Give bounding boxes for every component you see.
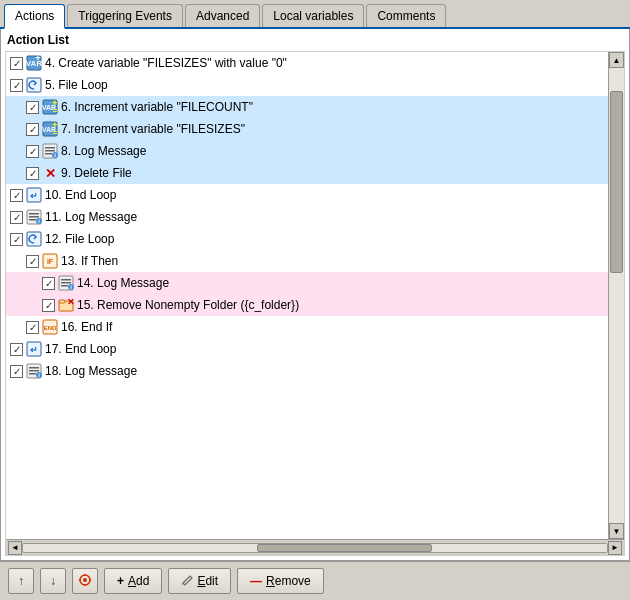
item-checkbox-11[interactable] [10, 211, 23, 224]
item-text-11: 11. [45, 210, 62, 224]
tab-advanced[interactable]: Advanced [185, 4, 260, 27]
list-item[interactable]: IF 13. If Then [6, 250, 624, 272]
tab-triggering-events[interactable]: Triggering Events [67, 4, 183, 27]
h-scroll-thumb[interactable] [257, 544, 432, 552]
remove-folder-icon: ✕ [58, 297, 74, 313]
list-item[interactable]: ✕ 15. Remove Nonempty Folder ({c_folder}… [6, 294, 624, 316]
item-label-6: Increment variable "FILECOUNT" [74, 100, 253, 114]
scroll-left-btn[interactable]: ◄ [8, 541, 22, 555]
var-increment-icon: VAR + = [42, 99, 58, 115]
scroll-right-btn[interactable]: ► [608, 541, 622, 555]
svg-text:↵: ↵ [30, 191, 38, 201]
item-label-10: End Loop [65, 188, 116, 202]
item-checkbox-17[interactable] [10, 343, 23, 356]
list-item[interactable]: END 16. End If [6, 316, 624, 338]
list-area: VAR + 4. Create variable "FILESIZES" wit… [6, 52, 624, 539]
svg-text:IF: IF [47, 258, 54, 265]
add-button[interactable]: + Add [104, 568, 162, 594]
list-item[interactable]: ↵ 17. End Loop [6, 338, 624, 360]
list-item[interactable]: 12. File Loop [6, 228, 624, 250]
end-loop-icon: ↵ [26, 187, 42, 203]
minus-icon: — [250, 574, 262, 588]
log-icon-3: i [58, 275, 74, 291]
list-item[interactable]: VAR + 4. Create variable "FILESIZES" wit… [6, 52, 624, 74]
svg-text:END: END [44, 325, 57, 331]
item-text-18: 18. [45, 364, 62, 378]
item-checkbox-4[interactable] [10, 57, 23, 70]
item-checkbox-9[interactable] [26, 167, 39, 180]
item-checkbox-15[interactable] [42, 299, 55, 312]
list-item[interactable]: VAR + = 6. Increment variable "FILECOUNT… [6, 96, 624, 118]
list-item[interactable]: ✕ 9. Delete File [6, 162, 624, 184]
move-up-button[interactable]: ↑ [8, 568, 34, 594]
v-scroll-thumb[interactable] [610, 91, 623, 273]
edit-label: Edit [197, 574, 218, 588]
up-arrow-icon: ↑ [18, 574, 24, 588]
settings-button[interactable] [72, 568, 98, 594]
list-item[interactable]: VAR + = 7. Increment variable "FILESIZES… [6, 118, 624, 140]
horizontal-scrollbar[interactable]: ◄ ► [6, 539, 624, 555]
scroll-up-btn[interactable]: ▲ [609, 52, 624, 68]
item-checkbox-14[interactable] [42, 277, 55, 290]
move-down-button[interactable]: ↓ [40, 568, 66, 594]
svg-rect-36 [59, 300, 65, 303]
list-item[interactable]: ↵ 10. End Loop [6, 184, 624, 206]
svg-text:+: + [35, 55, 40, 63]
v-scroll-track[interactable] [609, 68, 624, 523]
item-label-14: Log Message [97, 276, 169, 290]
add-label: Add [128, 574, 149, 588]
item-text-13: 13. [61, 254, 78, 268]
action-list-scroll[interactable]: VAR + 4. Create variable "FILESIZES" wit… [6, 52, 624, 382]
log-icon-2: i [26, 209, 42, 225]
list-item[interactable]: i 8. Log Message [6, 140, 624, 162]
svg-rect-30 [61, 279, 71, 281]
item-checkbox-8[interactable] [26, 145, 39, 158]
action-list-container: VAR + 4. Create variable "FILESIZES" wit… [5, 51, 625, 556]
item-label-5: File Loop [58, 78, 107, 92]
edit-icon [181, 574, 193, 589]
log-icon: i [42, 143, 58, 159]
item-checkbox-13[interactable] [26, 255, 39, 268]
item-checkbox-7[interactable] [26, 123, 39, 136]
remove-label: Remove [266, 574, 311, 588]
action-list: VAR + 4. Create variable "FILESIZES" wit… [6, 52, 624, 382]
item-checkbox-6[interactable] [26, 101, 39, 114]
tab-local-variables[interactable]: Local variables [262, 4, 364, 27]
list-item[interactable]: i 18. Log Message [6, 360, 624, 382]
item-text-4: 4. [45, 56, 55, 70]
scroll-down-btn[interactable]: ▼ [609, 523, 624, 539]
svg-rect-13 [45, 147, 55, 149]
item-text-12: 12. [45, 232, 62, 246]
svg-text:↵: ↵ [30, 345, 38, 355]
item-checkbox-5[interactable] [10, 79, 23, 92]
var-plus-icon: VAR + [26, 55, 42, 71]
h-scroll-track[interactable] [22, 543, 608, 553]
var-increment-icon-2: VAR + = [42, 121, 58, 137]
item-label-13: If Then [81, 254, 118, 268]
file-loop-icon [26, 77, 42, 93]
svg-text:=: = [53, 128, 58, 137]
gear-icon [78, 573, 92, 590]
end-loop-icon-2: ↵ [26, 341, 42, 357]
tab-actions[interactable]: Actions [4, 4, 65, 29]
item-checkbox-16[interactable] [26, 321, 39, 334]
item-checkbox-12[interactable] [10, 233, 23, 246]
list-item[interactable]: i 14. Log Message [6, 272, 624, 294]
svg-point-49 [83, 578, 87, 582]
item-checkbox-10[interactable] [10, 189, 23, 202]
item-label-8: Log Message [74, 144, 146, 158]
item-checkbox-18[interactable] [10, 365, 23, 378]
item-label-18: Log Message [65, 364, 137, 378]
item-text-8: 8. [61, 144, 71, 158]
file-loop-icon-2 [26, 231, 42, 247]
remove-button[interactable]: — Remove [237, 568, 324, 594]
edit-button[interactable]: Edit [168, 568, 231, 594]
tab-comments[interactable]: Comments [366, 4, 446, 27]
item-text-9: 9. [61, 166, 71, 180]
vertical-scrollbar[interactable]: ▲ ▼ [608, 52, 624, 539]
scroll-wrapper: VAR + 4. Create variable "FILESIZES" wit… [6, 52, 624, 539]
list-item[interactable]: i 11. Log Message [6, 206, 624, 228]
item-text-7: 7. [61, 122, 71, 136]
main-content: Action List VAR + [0, 29, 630, 561]
list-item[interactable]: 5. File Loop [6, 74, 624, 96]
